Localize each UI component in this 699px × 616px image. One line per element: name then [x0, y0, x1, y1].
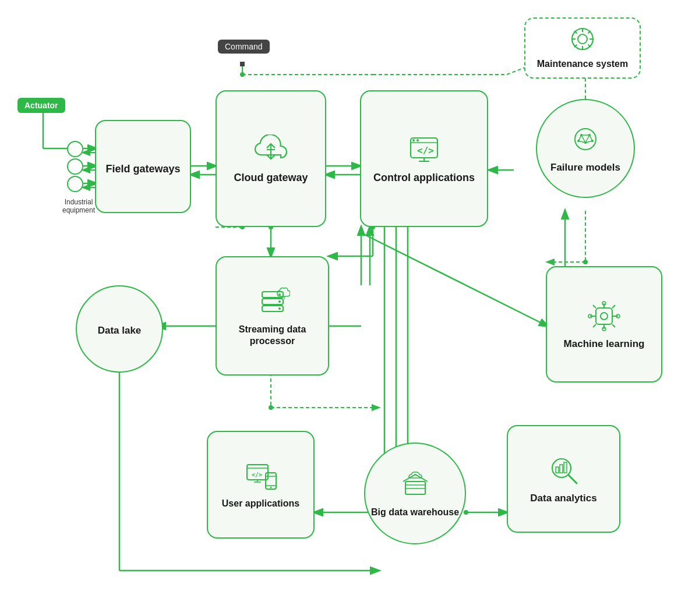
- svg-line-101: [612, 324, 615, 327]
- svg-point-67: [416, 139, 419, 141]
- equip-circle-2: [67, 158, 83, 175]
- svg-rect-116: [405, 482, 425, 494]
- control-applications-node: </> Control applications: [360, 90, 488, 227]
- failure-models-node: Failure models: [536, 99, 635, 198]
- user-applications-label: User applications: [222, 498, 299, 509]
- command-dot: [240, 62, 245, 66]
- control-applications-label: Control applications: [373, 171, 475, 185]
- control-apps-icon: </>: [406, 134, 442, 168]
- svg-line-98: [593, 305, 596, 308]
- svg-line-24: [361, 233, 548, 326]
- maintenance-system-node: Maintenance system: [524, 17, 641, 79]
- machine-learning-node: Machine learning: [546, 266, 662, 383]
- failure-models-icon: [570, 123, 601, 158]
- diagram-container: Command Actuator Industrial equipment: [0, 0, 699, 616]
- big-data-warehouse-node: Big data warehouse: [364, 442, 466, 544]
- svg-point-66: [412, 139, 415, 141]
- big-data-label: Big data warehouse: [371, 507, 459, 518]
- svg-rect-123: [564, 462, 567, 473]
- command-label: Command: [218, 40, 270, 54]
- streaming-data-node: Streaming data processor: [216, 256, 329, 376]
- svg-point-5: [240, 72, 245, 77]
- cloud-gateway-icon: [253, 134, 289, 168]
- svg-point-26: [269, 405, 273, 410]
- svg-point-14: [583, 260, 588, 264]
- big-data-icon: [400, 469, 431, 503]
- svg-line-81: [578, 135, 581, 141]
- svg-line-99: [612, 305, 615, 308]
- svg-point-93: [601, 313, 608, 320]
- svg-point-39: [464, 510, 468, 515]
- svg-line-120: [569, 475, 577, 483]
- failure-models-label: Failure models: [550, 161, 620, 174]
- machine-learning-icon: [587, 300, 622, 334]
- svg-line-82: [589, 135, 592, 141]
- field-gateways-label: Field gateways: [105, 162, 180, 176]
- svg-point-90: [278, 307, 281, 310]
- svg-text:</>: </>: [252, 472, 262, 478]
- data-analytics-label: Data analytics: [530, 492, 596, 504]
- svg-point-52: [578, 34, 587, 44]
- actuator-button: Actuator: [17, 98, 65, 113]
- svg-text:</>: </>: [417, 145, 434, 156]
- cloud-gateway-node: Cloud gateway: [216, 90, 326, 227]
- svg-point-89: [278, 300, 281, 303]
- svg-point-115: [270, 487, 271, 488]
- data-lake-label: Data lake: [98, 324, 142, 337]
- streaming-label: Streaming data processor: [223, 324, 322, 347]
- user-apps-icon: </>: [243, 461, 278, 494]
- equip-circle-3: [67, 176, 83, 192]
- svg-rect-92: [596, 308, 612, 324]
- svg-line-100: [593, 324, 596, 327]
- data-analytics-icon: [548, 454, 580, 488]
- data-analytics-node: Data analytics: [507, 425, 620, 533]
- svg-point-88: [278, 293, 281, 296]
- cloud-gateway-label: Cloud gateway: [234, 171, 308, 185]
- user-applications-node: </> User applications: [207, 431, 315, 539]
- field-gateways-node: Field gateways: [95, 120, 191, 213]
- data-lake-node: Data lake: [76, 285, 163, 373]
- svg-rect-121: [556, 467, 559, 473]
- maintenance-system-label: Maintenance system: [537, 58, 629, 70]
- svg-rect-122: [560, 465, 563, 473]
- svg-point-72: [575, 129, 596, 150]
- maintenance-icon: [570, 26, 595, 55]
- streaming-icon: [255, 286, 290, 320]
- machine-learning-label: Machine learning: [564, 338, 645, 350]
- equip-circle-1: [67, 141, 83, 157]
